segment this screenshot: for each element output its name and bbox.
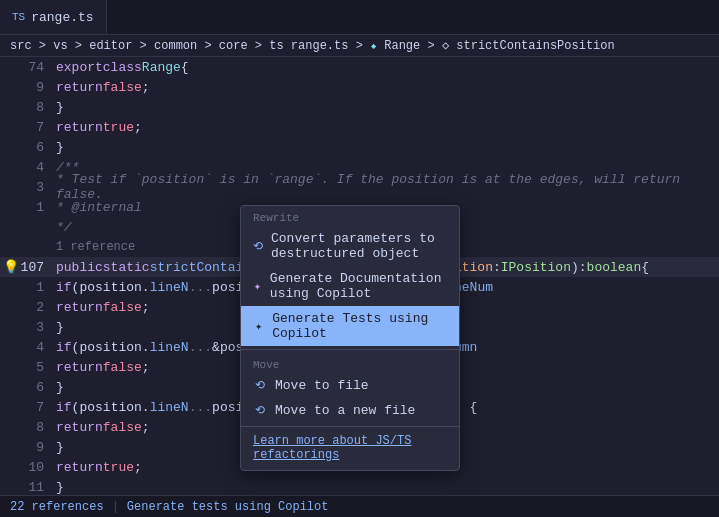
status-separator: |	[112, 500, 119, 514]
tab-filename: range.ts	[31, 10, 93, 25]
active-tab[interactable]: TS range.ts	[0, 0, 107, 34]
gen-tests-item[interactable]: ✦ Generate Tests using Copilot	[241, 306, 459, 346]
gutter-1: 1	[0, 197, 52, 217]
gutter-74: 74	[0, 57, 52, 77]
tab-bar: TS range.ts	[0, 0, 719, 35]
gutter-c7: 7	[0, 397, 52, 417]
learn-more-link[interactable]: Learn more about JS/TS refactorings	[241, 430, 459, 470]
gutter-c2: 2	[0, 297, 52, 317]
gutter-107: 💡 107	[0, 257, 52, 277]
lightbulb-icon[interactable]: 💡	[3, 259, 19, 275]
gutter-6: 6	[0, 137, 52, 157]
gutter-c5: 5	[0, 357, 52, 377]
move-to-new-file-item[interactable]: ⟲ Move to a new file	[241, 398, 459, 423]
gutter-c3: 3	[0, 317, 52, 337]
gen-docs-item[interactable]: ✦ Generate Documentation using Copilot	[241, 266, 459, 306]
code-line-c11: }	[52, 477, 719, 495]
menu-divider-2	[241, 426, 459, 427]
gutter-c6: 6	[0, 377, 52, 397]
code-line-6: }	[52, 137, 719, 157]
gutter-3: 3	[0, 177, 52, 197]
context-menu: Rewrite ⟲ Convert parameters to destruct…	[240, 205, 460, 471]
gutter-refcount	[0, 237, 52, 257]
gutter-c10: 10	[0, 457, 52, 477]
code-line-3: * Test if `position` is in `range`. If t…	[52, 177, 719, 197]
gutter-empty1	[0, 217, 52, 237]
move-to-file-icon: ⟲	[253, 378, 267, 393]
breadcrumb: src > vs > editor > common > core > ts r…	[0, 35, 719, 57]
gutter-4: 4	[0, 157, 52, 177]
breadcrumb-path: src > vs > editor > common > core > ts r…	[10, 38, 615, 53]
convert-params-label: Convert parameters to destructured objec…	[271, 231, 447, 261]
gutter-c1: 1	[0, 277, 52, 297]
code-line-8: }	[52, 97, 719, 117]
move-to-file-item[interactable]: ⟲ Move to file	[241, 373, 459, 398]
code-line-7: return true;	[52, 117, 719, 137]
gutter-c11: 11	[0, 477, 52, 497]
gen-docs-label: Generate Documentation using Copilot	[270, 271, 447, 301]
move-to-new-file-label: Move to a new file	[275, 403, 415, 418]
code-line-74: export class Range {	[52, 57, 719, 77]
status-bar: 22 references | Generate tests using Cop…	[0, 495, 719, 517]
move-to-new-file-icon: ⟲	[253, 403, 267, 418]
menu-divider-1	[241, 349, 459, 350]
move-section-label: Move	[241, 353, 459, 373]
ref-count-label: 1 reference	[56, 240, 135, 254]
line-gutter: 74 9 8 7 6 4 3 1 💡 107 1 2 3 4 5 6 7 8 9…	[0, 57, 52, 495]
gen-docs-icon: ✦	[253, 279, 262, 294]
gutter-c4: 4	[0, 337, 52, 357]
gen-tests-icon: ✦	[253, 319, 264, 334]
gen-tests-label: Generate Tests using Copilot	[272, 311, 447, 341]
status-references[interactable]: 22 references	[10, 500, 104, 514]
code-line-9: return false;	[52, 77, 719, 97]
status-generate-tests[interactable]: Generate tests using Copilot	[127, 500, 329, 514]
move-to-file-label: Move to file	[275, 378, 369, 393]
gutter-c9: 9	[0, 437, 52, 457]
ts-icon: TS	[12, 11, 25, 23]
gutter-8: 8	[0, 97, 52, 117]
gutter-9: 9	[0, 77, 52, 97]
convert-params-icon: ⟲	[253, 239, 263, 254]
gutter-c8: 8	[0, 417, 52, 437]
rewrite-section-label: Rewrite	[241, 206, 459, 226]
convert-params-item[interactable]: ⟲ Convert parameters to destructured obj…	[241, 226, 459, 266]
gutter-7: 7	[0, 117, 52, 137]
